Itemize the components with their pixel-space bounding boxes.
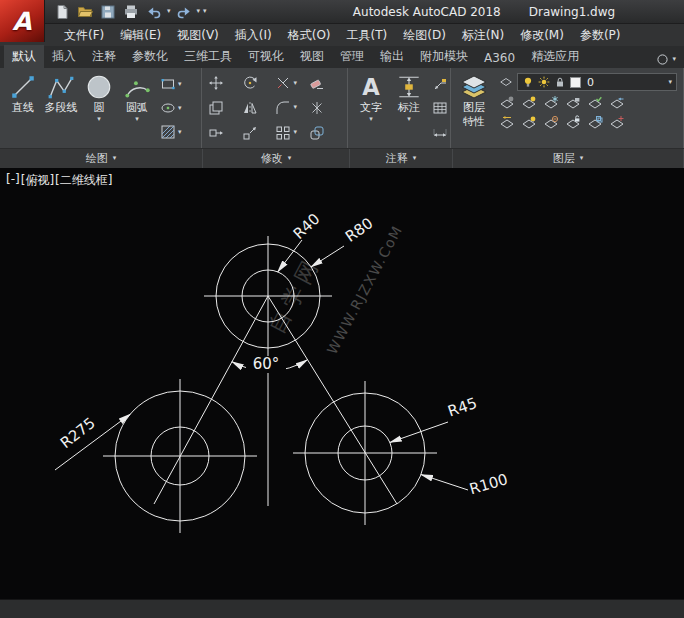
- hatch-button[interactable]: ▾: [160, 123, 182, 141]
- undo-dropdown-icon[interactable]: ▾: [167, 8, 171, 15]
- dim-r275-text[interactable]: R275: [57, 414, 99, 452]
- text-dropdown-icon[interactable]: ▾: [369, 116, 373, 123]
- menu-tools[interactable]: 工具(T): [339, 24, 396, 46]
- cad-geometry[interactable]: [103, 236, 437, 533]
- tab-3d-tools[interactable]: 三维工具: [176, 45, 240, 68]
- fillet-dropdown-icon[interactable]: ▾: [293, 104, 297, 111]
- tab-a360[interactable]: A360: [476, 48, 523, 68]
- panel-title-draw[interactable]: 绘图 ▾: [0, 149, 203, 168]
- rotate-button[interactable]: [242, 74, 274, 92]
- undo-button[interactable]: [144, 3, 164, 21]
- dim-r40-text[interactable]: R40: [290, 210, 324, 243]
- tab-addins[interactable]: 附加模块: [412, 45, 476, 68]
- viewport-visual-style-control[interactable]: [二维线框]: [55, 172, 112, 189]
- leader-button[interactable]: [432, 75, 448, 93]
- trim-dropdown-icon[interactable]: ▾: [293, 80, 297, 87]
- menu-insert[interactable]: 插入(I): [227, 24, 280, 46]
- layer-match-icon[interactable]: [587, 95, 603, 111]
- dimension-dropdown-icon[interactable]: ▾: [407, 116, 411, 123]
- dim-r80-leader[interactable]: [311, 246, 344, 267]
- tab-visualize[interactable]: 可视化: [240, 45, 292, 68]
- layer-on-icon[interactable]: [521, 115, 537, 131]
- scale-button[interactable]: [242, 124, 274, 142]
- dimensions[interactable]: R40 R80 60° R45 R100 R275: [55, 210, 510, 499]
- ellipse-dropdown-icon[interactable]: ▾: [178, 105, 182, 112]
- qat-customize-icon[interactable]: ▾: [203, 8, 207, 15]
- layer-off-icon[interactable]: [499, 95, 515, 111]
- text-button[interactable]: A 文字 ▾: [352, 71, 390, 145]
- dim-r80-text[interactable]: R80: [342, 214, 377, 246]
- dim-r100-leader[interactable]: [421, 475, 468, 491]
- menu-dimension[interactable]: 标注(N): [454, 24, 512, 46]
- ribbon-options-button[interactable]: ▾: [656, 53, 684, 68]
- tab-parametric[interactable]: 参数化: [124, 45, 176, 68]
- hatch-dropdown-icon[interactable]: ▾: [178, 129, 182, 136]
- dimension-button[interactable]: 标注 ▾: [390, 71, 428, 145]
- dim-angle-text[interactable]: 60°: [253, 355, 280, 373]
- rectangle-button[interactable]: ▾: [160, 75, 182, 93]
- menu-file[interactable]: 文件(F): [56, 24, 112, 46]
- layer-merge-icon[interactable]: [609, 115, 625, 131]
- viewport-view-control[interactable]: [俯视]: [21, 172, 54, 189]
- left-radial-line[interactable]: [154, 296, 268, 504]
- dim-style-button[interactable]: [432, 123, 448, 141]
- menu-draw[interactable]: 绘图(D): [395, 24, 454, 46]
- application-menu-button[interactable]: A: [0, 0, 45, 42]
- arc-dropdown-icon[interactable]: ▾: [135, 116, 139, 123]
- layer-copy-objects-icon[interactable]: [587, 115, 603, 131]
- tab-featured-apps[interactable]: 精选应用: [523, 45, 587, 68]
- model-space-canvas[interactable]: [-] [俯视] [二维线框] 自学网 WWW.RJZXW.CoM: [0, 168, 684, 599]
- save-button[interactable]: [98, 3, 118, 21]
- array-dropdown-icon[interactable]: ▾: [293, 129, 297, 136]
- tab-home[interactable]: 默认: [4, 45, 44, 68]
- explode-button[interactable]: [309, 99, 341, 117]
- fillet-button[interactable]: ▾: [275, 99, 307, 117]
- line-button[interactable]: 直线: [4, 71, 42, 145]
- layer-freeze-icon[interactable]: [543, 95, 559, 111]
- dim-r45-text[interactable]: R45: [445, 394, 479, 421]
- arc-button[interactable]: 圆弧 ▾: [118, 71, 156, 145]
- circle-dropdown-icon[interactable]: ▾: [97, 116, 101, 123]
- open-file-button[interactable]: [75, 3, 95, 21]
- menu-modify[interactable]: 修改(M): [512, 24, 572, 46]
- tab-insert[interactable]: 插入: [44, 45, 84, 68]
- redo-button[interactable]: [174, 3, 194, 21]
- menu-edit[interactable]: 编辑(E): [112, 24, 169, 46]
- polyline-button[interactable]: 多段线: [42, 71, 80, 145]
- redo-dropdown-icon[interactable]: ▾: [197, 8, 201, 15]
- new-file-button[interactable]: [52, 3, 72, 21]
- menu-view[interactable]: 视图(V): [169, 24, 227, 46]
- layer-walk-icon[interactable]: [609, 95, 625, 111]
- panel-title-modify[interactable]: 修改 ▾: [203, 149, 350, 168]
- menu-format[interactable]: 格式(O): [280, 24, 339, 46]
- trim-button[interactable]: ▾: [275, 74, 307, 92]
- table-button[interactable]: [432, 99, 448, 117]
- panel-title-annotate[interactable]: 注释 ▾: [350, 149, 453, 168]
- layer-properties-button[interactable]: 图层 特性: [455, 71, 493, 145]
- offset-button[interactable]: [309, 124, 341, 142]
- ellipse-button[interactable]: ▾: [160, 99, 182, 117]
- dim-r45-leader[interactable]: [390, 422, 448, 443]
- layer-isolate-icon[interactable]: [521, 95, 537, 111]
- drawing-svg[interactable]: 自学网 WWW.RJZXW.CoM: [0, 168, 684, 599]
- circle-button[interactable]: 圆 ▾: [80, 71, 118, 145]
- menu-parametric[interactable]: 参数(P): [572, 24, 629, 46]
- tab-annotate[interactable]: 注释: [84, 45, 124, 68]
- layer-unlock-icon[interactable]: [565, 115, 581, 131]
- viewport-menu-control[interactable]: [-]: [6, 172, 20, 189]
- tab-output[interactable]: 输出: [372, 45, 412, 68]
- dim-r100-text[interactable]: R100: [467, 470, 510, 498]
- rectangle-dropdown-icon[interactable]: ▾: [178, 81, 182, 88]
- array-button[interactable]: ▾: [275, 124, 307, 142]
- layer-lock-tool-icon[interactable]: [565, 95, 581, 111]
- stretch-button[interactable]: [208, 124, 240, 142]
- right-radial-line[interactable]: [268, 296, 397, 504]
- layer-previous-icon[interactable]: [499, 115, 515, 131]
- tab-view[interactable]: 视图: [292, 45, 332, 68]
- current-layer-dropdown[interactable]: 0 ▾: [517, 73, 677, 91]
- erase-button[interactable]: [309, 74, 341, 92]
- mirror-button[interactable]: [242, 99, 274, 117]
- tab-manage[interactable]: 管理: [332, 45, 372, 68]
- move-button[interactable]: [208, 74, 240, 92]
- panel-title-layers[interactable]: 图层 ▾: [453, 149, 684, 168]
